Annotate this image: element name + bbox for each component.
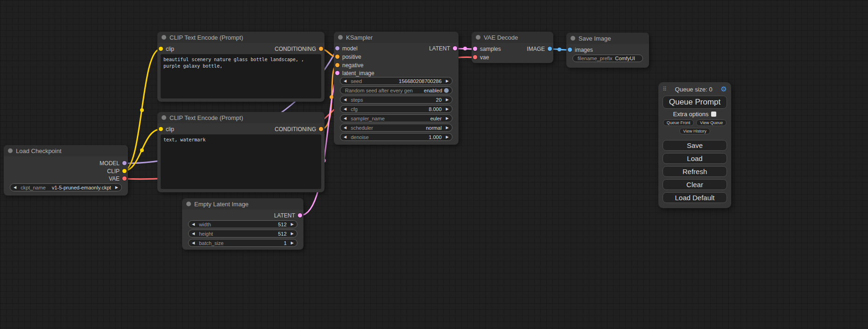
vae-input-dot[interactable] xyxy=(473,55,477,59)
decrement-icon[interactable]: ◀ xyxy=(344,107,346,111)
queue-front-button[interactable]: Queue Front xyxy=(663,119,694,126)
steps-widget[interactable]: ◀ steps 20 ▶ xyxy=(340,96,452,104)
increment-icon[interactable]: ▶ xyxy=(446,126,449,130)
node-titlebar[interactable]: Save Image xyxy=(566,33,649,44)
node-titlebar[interactable]: CLIP Text Encode (Prompt) xyxy=(157,112,325,123)
conditioning-output-dot[interactable] xyxy=(319,127,323,131)
increment-icon[interactable]: ▶ xyxy=(115,186,118,189)
node-collapse-icon[interactable] xyxy=(162,35,166,40)
node-collapse-icon[interactable] xyxy=(162,115,166,120)
positive-input-dot[interactable] xyxy=(335,55,339,59)
decrement-icon[interactable]: ◀ xyxy=(192,241,195,245)
view-queue-button[interactable]: View Queue xyxy=(696,119,727,126)
queue-prompt-button[interactable]: Queue Prompt xyxy=(663,96,727,109)
images-input-dot[interactable] xyxy=(568,48,572,52)
node-collapse-icon[interactable] xyxy=(338,35,343,40)
width-widget[interactable]: ◀ width 512 ▶ xyxy=(188,220,297,228)
increment-icon[interactable]: ▶ xyxy=(446,107,449,111)
node-collapse-icon[interactable] xyxy=(186,202,191,206)
node-vae-decode[interactable]: VAE Decode samples vae IMAGE xyxy=(472,32,553,63)
output-slot-latent: LATENT xyxy=(429,44,459,52)
node-load-checkpoint[interactable]: Load Checkpoint MODEL CLIP VAE ◀ ckpt_na… xyxy=(4,145,128,196)
menu-drag-handle-icon[interactable]: ⠿ xyxy=(663,86,667,92)
conditioning-output-dot[interactable] xyxy=(319,47,323,51)
node-collapse-icon[interactable] xyxy=(8,148,13,153)
decrement-icon[interactable]: ◀ xyxy=(344,79,346,83)
node-ksampler[interactable]: KSampler model positive negative latent_… xyxy=(334,32,459,145)
node-titlebar[interactable]: KSampler xyxy=(334,32,459,43)
queue-menu-panel: ⠿ Queue size: 0 ⚙ Queue Prompt Extra opt… xyxy=(658,82,731,208)
random-seed-toggle-widget[interactable]: Random seed after every gen enabled xyxy=(340,86,452,94)
load-button[interactable]: Load xyxy=(663,153,727,164)
node-clip-text-encode-negative[interactable]: CLIP Text Encode (Prompt) clip CONDITION… xyxy=(157,112,325,192)
node-titlebar[interactable]: VAE Decode xyxy=(472,32,553,43)
widget-label: filename_prefix xyxy=(578,56,613,61)
model-input-dot[interactable] xyxy=(335,46,339,50)
slot-label: CONDITIONING xyxy=(275,126,316,133)
refresh-button[interactable]: Refresh xyxy=(663,166,727,177)
decrement-icon[interactable]: ◀ xyxy=(192,232,195,236)
increment-icon[interactable]: ▶ xyxy=(291,223,294,226)
node-empty-latent-image[interactable]: Empty Latent Image LATENT ◀ width 512 ▶ … xyxy=(182,198,303,250)
graph-canvas[interactable]: Load Checkpoint MODEL CLIP VAE ◀ ckpt_na… xyxy=(0,0,868,329)
negative-prompt-textarea[interactable]: text, watermark xyxy=(161,134,321,189)
decrement-icon[interactable]: ◀ xyxy=(192,223,195,226)
increment-icon[interactable]: ▶ xyxy=(446,98,449,102)
model-output-dot[interactable] xyxy=(122,161,127,165)
negative-input-dot[interactable] xyxy=(335,63,339,67)
decrement-icon[interactable]: ◀ xyxy=(14,186,16,189)
cfg-widget[interactable]: ◀ cfg 8.000 ▶ xyxy=(340,105,452,113)
node-save-image[interactable]: Save Image images filename_prefix ComfyU… xyxy=(566,33,649,68)
node-title: Save Image xyxy=(579,35,611,42)
save-button[interactable]: Save xyxy=(663,140,727,151)
node-collapse-icon[interactable] xyxy=(571,36,575,41)
clear-button[interactable]: Clear xyxy=(663,179,727,190)
link-midpoint-dot xyxy=(557,48,561,51)
widget-label: height xyxy=(199,231,213,237)
latent-output-dot[interactable] xyxy=(298,213,302,217)
node-clip-text-encode-positive[interactable]: CLIP Text Encode (Prompt) clip CONDITION… xyxy=(157,32,325,102)
node-titlebar[interactable]: Empty Latent Image xyxy=(182,198,303,210)
increment-icon[interactable]: ▶ xyxy=(291,241,294,245)
slot-label: MODEL xyxy=(99,160,120,167)
settings-gear-icon[interactable]: ⚙ xyxy=(721,85,727,93)
clip-input-dot[interactable] xyxy=(159,47,163,51)
widget-value: 512 xyxy=(278,222,286,227)
batch-size-widget[interactable]: ◀ batch_size 1 ▶ xyxy=(188,239,297,247)
image-output-dot[interactable] xyxy=(548,47,552,51)
node-collapse-icon[interactable] xyxy=(476,35,480,40)
widget-label: sampler_name xyxy=(351,116,385,121)
decrement-icon[interactable]: ◀ xyxy=(344,135,346,139)
latent-image-input-dot[interactable] xyxy=(335,71,339,75)
node-title: KSampler xyxy=(346,34,373,41)
node-titlebar[interactable]: Load Checkpoint xyxy=(4,145,128,156)
decrement-icon[interactable]: ◀ xyxy=(344,117,346,120)
extra-options-checkbox[interactable] xyxy=(711,112,716,117)
increment-icon[interactable]: ▶ xyxy=(291,232,294,236)
view-history-button[interactable]: View History xyxy=(679,128,710,134)
widget-value: 1 xyxy=(284,240,287,246)
positive-prompt-textarea[interactable]: beautiful scenery nature glass bottle la… xyxy=(161,54,321,98)
load-default-button[interactable]: Load Default xyxy=(663,192,727,203)
ckpt-name-widget[interactable]: ◀ ckpt_name v1-5-pruned-emaonly.ckpt ▶ xyxy=(10,183,122,191)
increment-icon[interactable]: ▶ xyxy=(446,79,449,83)
increment-icon[interactable]: ▶ xyxy=(446,135,449,139)
latent-output-dot[interactable] xyxy=(453,46,457,50)
filename-prefix-widget[interactable]: filename_prefix ComfyUI xyxy=(572,55,643,62)
samples-input-dot[interactable] xyxy=(473,47,477,51)
denoise-widget[interactable]: ◀ denoise 1.000 ▶ xyxy=(340,133,452,141)
seed-widget[interactable]: ◀ seed 156680208700286 ▶ xyxy=(340,77,452,85)
clip-output-dot[interactable] xyxy=(122,169,127,173)
scheduler-widget[interactable]: ◀ scheduler normal ▶ xyxy=(340,124,452,132)
height-widget[interactable]: ◀ height 512 ▶ xyxy=(188,230,297,238)
clip-input-dot[interactable] xyxy=(159,127,163,131)
vae-output-dot[interactable] xyxy=(122,176,127,181)
increment-icon[interactable]: ▶ xyxy=(446,117,449,120)
node-titlebar[interactable]: CLIP Text Encode (Prompt) xyxy=(157,32,325,43)
node-title: Empty Latent Image xyxy=(194,201,248,208)
decrement-icon[interactable]: ◀ xyxy=(344,126,346,130)
toggle-knob-icon[interactable] xyxy=(444,88,449,93)
decrement-icon[interactable]: ◀ xyxy=(344,98,346,102)
sampler-name-widget[interactable]: ◀ sampler_name euler ▶ xyxy=(340,114,452,122)
output-slot-clip: CLIP xyxy=(107,167,128,175)
